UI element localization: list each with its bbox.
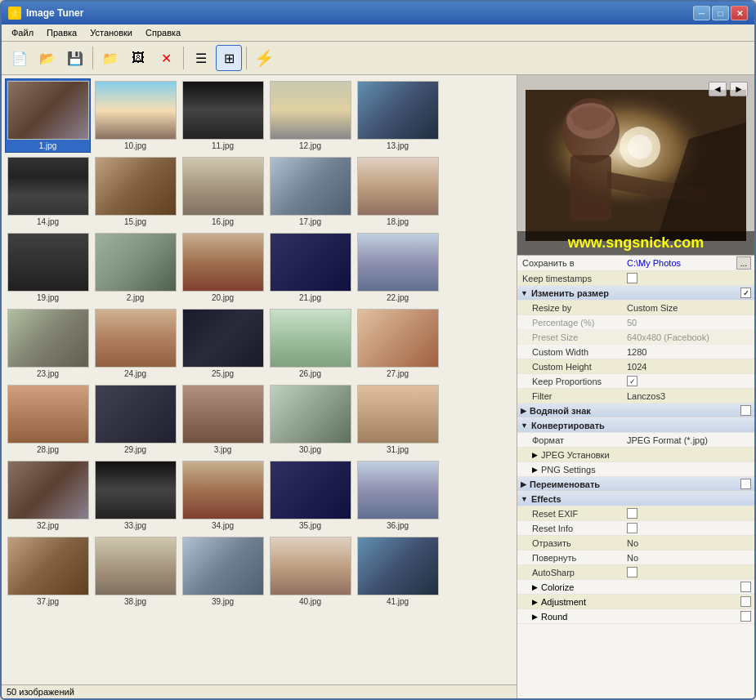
thumbnail-image: [7, 537, 89, 595]
effects-section-label: Effects: [531, 494, 561, 504]
menu-help[interactable]: Справка: [139, 26, 187, 39]
list-item[interactable]: 36.jpg: [355, 458, 441, 533]
list-item[interactable]: 34.jpg: [180, 458, 266, 533]
jpeg-settings-row[interactable]: ▶ JPEG Установки: [517, 448, 754, 462]
adjustment-row[interactable]: ▶ Adjustment: [517, 595, 754, 609]
flip-value: No: [627, 538, 751, 548]
maximize-button[interactable]: □: [712, 6, 729, 20]
list-item[interactable]: 22.jpg: [355, 230, 441, 305]
list-item[interactable]: 23.jpg: [5, 306, 91, 381]
resize-by-row: Resize by Custom Size: [517, 301, 754, 315]
list-item[interactable]: 15.jpg: [92, 154, 178, 229]
effects-section-header[interactable]: ▼ Effects: [517, 492, 754, 506]
nav-back-button[interactable]: ◄: [709, 82, 727, 96]
list-item[interactable]: 10.jpg: [92, 78, 178, 153]
image-filename: 40.jpg: [299, 597, 321, 606]
keep-proportions-checkbox[interactable]: [627, 376, 637, 386]
image-filename: 38.jpg: [124, 597, 146, 606]
list-item[interactable]: 39.jpg: [180, 534, 266, 609]
custom-height-label: Custom Height: [521, 362, 627, 372]
autosharp-checkbox[interactable]: [627, 567, 637, 577]
png-expand-icon: ▶: [521, 466, 538, 474]
list-item[interactable]: 16.jpg: [180, 154, 266, 229]
list-item[interactable]: 41.jpg: [355, 534, 441, 609]
list-item[interactable]: 21.jpg: [267, 230, 353, 305]
image-grid[interactable]: 1.jpg10.jpg11.jpg12.jpg13.jpg14.jpg15.jp…: [2, 75, 517, 684]
open-folder-button[interactable]: 📂: [34, 45, 60, 71]
rename-enabled-checkbox[interactable]: [740, 479, 751, 489]
round-checkbox[interactable]: [740, 611, 751, 622]
adjustment-checkbox[interactable]: [740, 596, 751, 607]
thumbnail-image: [357, 157, 439, 216]
list-item[interactable]: 3.jpg: [180, 382, 266, 457]
image-filename: 17.jpg: [299, 217, 321, 226]
list-item[interactable]: 24.jpg: [92, 306, 178, 381]
convert-section-header[interactable]: ▼ Конвертировать: [517, 418, 754, 433]
list-item[interactable]: 31.jpg: [355, 382, 441, 457]
adjustment-label: Adjustment: [541, 597, 586, 607]
resize-section-header[interactable]: ▼ Изменить размер: [517, 286, 754, 301]
image-filename: 19.jpg: [37, 293, 59, 302]
thumbnail-image: [7, 233, 89, 292]
list-item[interactable]: 14.jpg: [5, 154, 91, 229]
list-item[interactable]: 30.jpg: [267, 382, 353, 457]
keep-timestamps-checkbox[interactable]: [627, 273, 637, 283]
list-item[interactable]: 18.jpg: [355, 154, 441, 229]
list-item[interactable]: 29.jpg: [92, 382, 178, 457]
format-label: Формат: [521, 435, 627, 445]
list-item[interactable]: 28.jpg: [5, 382, 91, 457]
add-folder-button[interactable]: 📁: [97, 45, 123, 71]
grid-view-button[interactable]: ⊞: [216, 45, 242, 71]
resize-expand-icon: ▼: [521, 289, 528, 297]
format-row: Формат JPEG Format (*.jpg): [517, 433, 754, 448]
list-item[interactable]: 37.jpg: [5, 534, 91, 609]
watermark-enabled-checkbox[interactable]: [740, 405, 751, 416]
browse-button[interactable]: ...: [736, 256, 751, 270]
close-button[interactable]: ✕: [731, 6, 748, 20]
resize-enabled-checkbox[interactable]: [740, 288, 751, 298]
image-filename: 20.jpg: [212, 293, 234, 302]
list-item[interactable]: 35.jpg: [267, 458, 353, 533]
save-button[interactable]: 💾: [62, 45, 88, 71]
list-item[interactable]: 12.jpg: [267, 78, 353, 153]
list-item[interactable]: 32.jpg: [5, 458, 91, 533]
list-item[interactable]: 1.jpg: [5, 78, 91, 153]
list-item[interactable]: 27.jpg: [355, 306, 441, 381]
thumbnail-image: [357, 309, 439, 368]
list-item[interactable]: 25.jpg: [180, 306, 266, 381]
list-item[interactable]: 17.jpg: [267, 154, 353, 229]
list-item[interactable]: 2.jpg: [92, 230, 178, 305]
list-item[interactable]: 26.jpg: [267, 306, 353, 381]
nav-forward-button[interactable]: ►: [730, 82, 748, 96]
list-item[interactable]: 33.jpg: [92, 458, 178, 533]
image-filename: 11.jpg: [212, 141, 234, 150]
list-item[interactable]: 20.jpg: [180, 230, 266, 305]
new-button[interactable]: 📄: [7, 45, 33, 71]
list-item[interactable]: 13.jpg: [355, 78, 441, 153]
watermark-section-header[interactable]: ▶ Водяной знак: [517, 404, 754, 418]
reset-exif-checkbox[interactable]: [627, 508, 637, 519]
image-filename: 23.jpg: [37, 369, 59, 378]
minimize-button[interactable]: ─: [693, 6, 710, 20]
menu-settings[interactable]: Установки: [83, 26, 139, 39]
list-item[interactable]: 38.jpg: [92, 534, 178, 609]
round-row[interactable]: ▶ Round: [517, 609, 754, 624]
thumbnail-image: [7, 309, 89, 368]
reset-info-checkbox[interactable]: [627, 523, 637, 533]
remove-button[interactable]: ✕: [153, 45, 179, 71]
add-images-button[interactable]: 🖼: [125, 45, 151, 71]
process-button[interactable]: ⚡: [251, 45, 277, 71]
list-view-button[interactable]: ☰: [188, 45, 214, 71]
colorize-row[interactable]: ▶ Colorize: [517, 580, 754, 595]
rename-section-header[interactable]: ▶ Переименовать: [517, 477, 754, 492]
list-item[interactable]: 11.jpg: [180, 78, 266, 153]
list-item[interactable]: 19.jpg: [5, 230, 91, 305]
menu-edit[interactable]: Правка: [40, 26, 83, 39]
thumbnail-image: [95, 157, 177, 216]
image-filename: 28.jpg: [37, 445, 59, 454]
list-item[interactable]: 40.jpg: [267, 534, 353, 609]
colorize-checkbox[interactable]: [740, 582, 751, 592]
image-filename: 16.jpg: [212, 217, 234, 226]
png-settings-row[interactable]: ▶ PNG Settings: [517, 462, 754, 477]
menu-file[interactable]: Файл: [5, 26, 40, 39]
